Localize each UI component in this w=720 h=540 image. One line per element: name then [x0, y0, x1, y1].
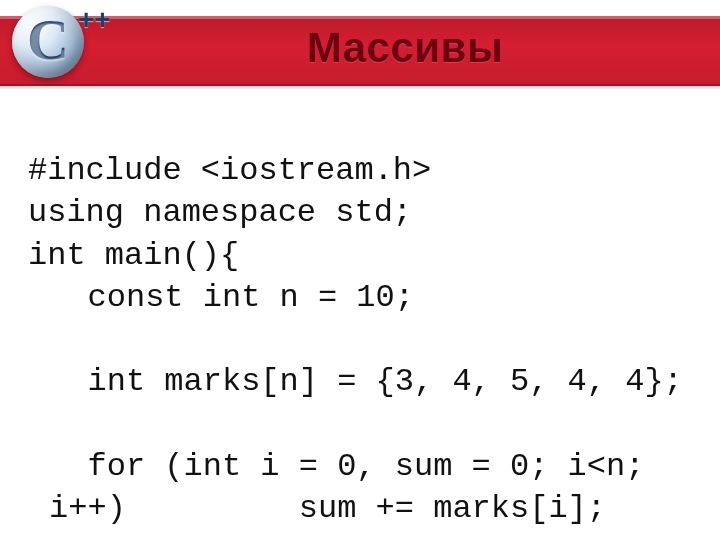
page-title: Массивы [90, 24, 720, 72]
cpp-logo-letter: C [27, 11, 69, 69]
cpp-logo-circle: C [12, 6, 84, 78]
code-block: #include <iostream.h> using namespace st… [28, 108, 692, 540]
code-line: #include <iostream.h> [28, 152, 431, 189]
slide: C ++ Массивы #include <iostream.h> using… [0, 0, 720, 540]
code-line: using namespace std; [28, 194, 412, 231]
cpp-logo-plus: ++ [78, 4, 111, 36]
code-line: const int n = 10; [28, 277, 692, 319]
code-line: int main(){ [28, 237, 239, 274]
code-line: for (int i = 0, sum = 0; i<n; i++) sum +… [28, 446, 692, 530]
cpp-logo: C ++ [4, 0, 114, 102]
code-line: int marks[n] = {3, 4, 5, 4, 4}; [28, 361, 692, 403]
